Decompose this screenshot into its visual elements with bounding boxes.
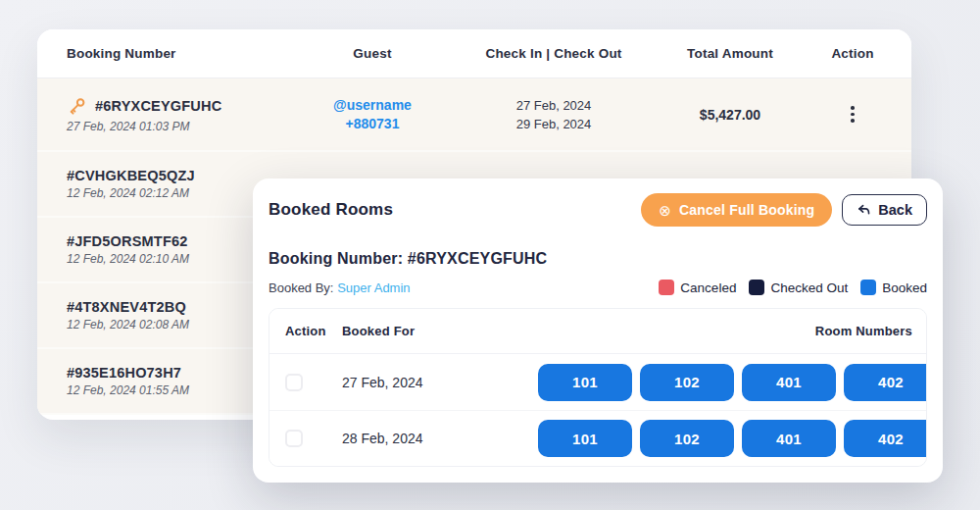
rooms-table-row: 28 Feb, 2024 101 102 401 402 [270,410,926,466]
booking-number: #4T8XNEV4T2BQ [67,299,186,315]
guest-cell: @username +880731 [304,96,441,133]
room-number-button[interactable]: 402 [844,420,927,457]
status-legend: Canceled Checked Out Booked [659,280,927,295]
column-header-booked-for: Booked For [342,324,538,338]
booked-by-label: Booked By: [269,280,334,295]
booking-table-header: Booking Number Guest Check In | Check Ou… [37,29,911,78]
key-icon [67,96,87,117]
legend-label: Canceled [680,280,736,295]
column-header-room-numbers: Room Numbers [538,324,926,338]
legend-label: Checked Out [770,280,848,295]
booking-number: #935E16HO73H7 [67,365,181,381]
booked-by-value-link[interactable]: Super Admin [337,280,410,295]
booked-for-date: 28 Feb, 2024 [342,431,538,446]
canceled-swatch-icon [659,280,674,295]
booked-for-date: 27 Feb, 2024 [342,375,538,390]
column-header-checkin-checkout: Check In | Check Out [441,46,666,61]
legend-item-booked: Booked [860,280,927,295]
booking-number: #6RYXCEYGFUHC [95,98,221,114]
room-number-button[interactable]: 401 [742,420,836,457]
check-out-date: 29 Feb, 2024 [441,115,666,133]
guest-username-link[interactable]: @username [304,96,441,115]
check-in-date: 27 Feb, 2024 [441,96,666,115]
column-header-action: Action [270,324,342,338]
modal-booking-number: Booking Number: #6RYXCEYGFUHC [269,250,927,268]
booked-rooms-modal: Booked Rooms ⊗ Cancel Full Booking Back … [253,178,943,483]
room-number-button[interactable]: 102 [640,420,734,457]
room-number-button[interactable]: 402 [844,364,927,401]
row-checkbox[interactable] [285,430,303,447]
cancel-full-booking-label: Cancel Full Booking [679,202,814,218]
rooms-table-header: Action Booked For Room Numbers [270,309,926,354]
legend-item-canceled: Canceled [659,280,736,295]
row-actions-kebab-icon[interactable] [847,102,858,127]
rooms-table-row: 27 Feb, 2024 101 102 401 402 [270,354,926,410]
booking-datetime: 27 Feb, 2024 01:03 PM [67,120,304,133]
legend-label: Booked [882,280,927,295]
room-number-button[interactable]: 101 [538,364,632,401]
table-row[interactable]: #6RYXCEYGFUHC 27 Feb, 2024 01:03 PM @use… [37,78,911,152]
booking-number-cell: #6RYXCEYGFUHC 27 Feb, 2024 01:03 PM [37,96,304,133]
column-header-booking-number: Booking Number [37,46,304,61]
booking-number: #JFD5ORSMTF62 [67,233,187,249]
column-header-total-amount: Total Amount [666,46,794,61]
cancel-circle-x-icon: ⊗ [659,203,671,218]
back-arrow-icon [857,203,871,218]
booking-number: #CVHGKBEQ5QZJ [67,168,195,183]
column-header-action: Action [794,46,911,61]
booked-swatch-icon [860,280,876,295]
cancel-full-booking-button[interactable]: ⊗ Cancel Full Booking [641,193,832,227]
column-header-guest: Guest [304,46,441,61]
booked-by: Booked By: Super Admin [269,280,411,295]
guest-phone-link[interactable]: +880731 [304,115,441,133]
room-number-button[interactable]: 102 [640,364,734,401]
back-button[interactable]: Back [842,194,927,226]
checkin-checkout-cell: 27 Feb, 2024 29 Feb, 2024 [441,96,666,133]
room-number-button[interactable]: 101 [538,420,632,457]
legend-item-checked-out: Checked Out [749,280,848,295]
total-amount: $5,427.00 [666,107,794,123]
row-checkbox[interactable] [285,374,303,391]
checked-out-swatch-icon [749,280,764,295]
modal-title: Booked Rooms [269,200,393,220]
room-number-button[interactable]: 401 [742,364,836,401]
back-label: Back [878,202,912,218]
booked-rooms-table: Action Booked For Room Numbers 27 Feb, 2… [269,308,927,467]
